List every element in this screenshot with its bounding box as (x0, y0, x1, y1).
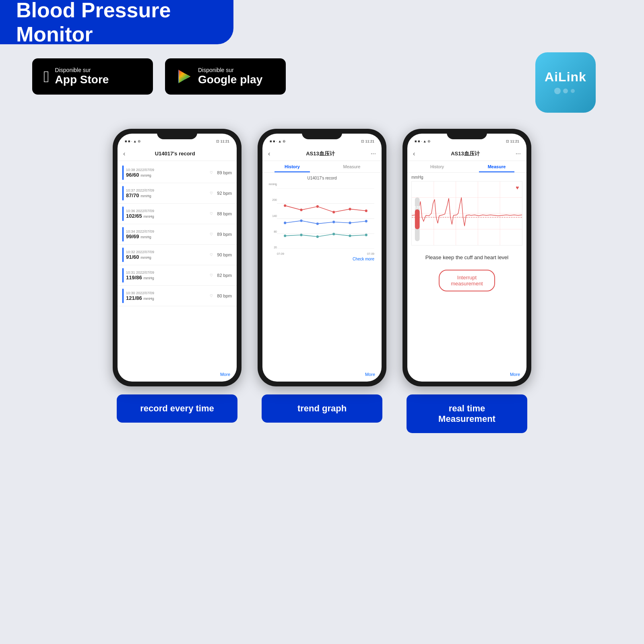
x-label-right: 07-09 (367, 252, 374, 255)
phone3-wrapper: ■ ■ ∙ ▲ ⊛ ⊡ 11:21 ‹ AS13血压计 ··· History … (402, 129, 531, 433)
record-bp: 121/86 mmHg (126, 295, 207, 301)
googleplay-icon (176, 68, 192, 85)
record-bpm: 89 bpm (217, 170, 232, 175)
phone2-dots[interactable]: ··· (371, 150, 376, 157)
heart-icon: ♡ (210, 253, 213, 257)
record-bp: 102/65 mmHg (126, 213, 207, 219)
graph-subtitle: U14017's record (268, 176, 376, 180)
svg-point-21 (365, 210, 367, 212)
phone3-status-right: ⊡ 11:21 (506, 139, 519, 143)
svg-point-9 (563, 89, 568, 93)
record-info: 10:32 2022/07/09 91/60 mmHg (126, 250, 207, 260)
record-bp: 96/60 mmHg (126, 172, 207, 178)
phone1-frame: ■ ■ ∙ ▲ ⊛ ⊡ 11:21 ‹ U14017's record 10:3… (113, 129, 242, 386)
phone1-more-button[interactable]: More (220, 372, 230, 377)
phone3-app-header: ‹ AS13血压计 ··· (407, 147, 526, 161)
record-bar (122, 186, 124, 200)
googleplay-label-small: Disponible sur (198, 67, 262, 73)
svg-point-20 (349, 208, 351, 210)
record-info: 10:34 2022/07/09 99/69 mmHg (126, 229, 207, 239)
record-time: 10:38 2022/07/09 (126, 168, 207, 172)
svg-point-27 (365, 220, 367, 222)
svg-text:120: 120 (414, 205, 420, 209)
page-title: Blood Pressure Monitor (16, 0, 233, 46)
svg-text:♥: ♥ (516, 185, 519, 191)
record-time: 10:30 2022/07/09 (126, 291, 207, 295)
phone3-more-button[interactable]: More (510, 372, 520, 377)
svg-point-19 (332, 211, 335, 213)
x-label-left: 07-09 (277, 252, 284, 255)
ailink-decoration (553, 86, 578, 96)
y-label-140: 140 (268, 215, 277, 217)
ailink-text: AiLink (545, 70, 586, 85)
phone2-status-left: ■ ■ ∙ ▲ ⊛ (270, 139, 286, 143)
ecg-graph: 120 ♥ (411, 181, 522, 246)
phone3-notch (447, 129, 487, 139)
interrupt-button[interactable]: Interruptmeasurement (439, 270, 495, 291)
record-bar (122, 206, 124, 221)
record-bpm: 80 bpm (217, 293, 232, 298)
appstore-badge[interactable]:  Disponible sur App Store (32, 58, 153, 95)
record-bp: 119/86 mmHg (126, 275, 207, 281)
googleplay-badge[interactable]: Disponible sur Google play (165, 58, 286, 95)
svg-rect-43 (415, 209, 420, 229)
table-row: 10:30 2022/07/09 121/86 mmHg ♡ 80 bpm (118, 286, 237, 306)
graph-box: mmHg 200 140 80 20 (268, 183, 376, 255)
table-row: 10:38 2022/07/09 96/60 mmHg ♡ 89 bpm (118, 163, 237, 183)
record-bar (122, 165, 124, 180)
interrupt-label: Interruptmeasurement (451, 275, 483, 287)
phone1-record-list: 10:38 2022/07/09 96/60 mmHg ♡ 89 bpm 10:… (118, 161, 237, 308)
phone2-more-button[interactable]: More (365, 372, 375, 377)
record-bpm: 90 bpm (217, 252, 232, 257)
phone3-dots[interactable]: ··· (516, 150, 521, 157)
svg-point-18 (316, 205, 319, 208)
apple-icon:  (43, 68, 50, 86)
caption-right: real time Measurement (407, 394, 527, 433)
phone2-status-right: ⊡ 11:21 (361, 139, 374, 143)
record-info: 10:36 2022/07/09 102/65 mmHg (126, 209, 207, 219)
phone2-screen: ■ ■ ∙ ▲ ⊛ ⊡ 11:21 ‹ AS13血压计 ··· History … (262, 134, 382, 382)
y-label-80: 80 (268, 230, 277, 233)
table-row: 10:37 2022/07/09 87/70 mmHg ♡ 92 bpm (118, 183, 237, 204)
svg-point-22 (284, 222, 286, 224)
svg-point-26 (349, 222, 351, 224)
y-label-mmhg: mmHg (268, 183, 277, 186)
record-bar (122, 289, 124, 303)
phone1-status-left: ■ ■ ∙ ▲ ⊛ (125, 139, 141, 143)
phone1-wrapper: ■ ■ ∙ ▲ ⊛ ⊡ 11:21 ‹ U14017's record 10:3… (113, 129, 242, 433)
svg-marker-7 (179, 70, 190, 83)
table-row: 10:31 2022/07/09 119/86 mmHg ♡ 82 bpm (118, 265, 237, 286)
record-time: 10:36 2022/07/09 (126, 209, 207, 213)
table-row: 10:34 2022/07/09 99/69 mmHg ♡ 89 bpm (118, 224, 237, 245)
tab-history[interactable]: History (262, 161, 322, 172)
svg-point-23 (300, 219, 302, 222)
measure-instruction: Please keep the cuff and heart level (415, 254, 518, 262)
heart-icon: ♡ (210, 212, 213, 216)
appstore-label-small: Disponible sur (55, 67, 109, 73)
record-time: 10:37 2022/07/09 (126, 188, 207, 192)
table-row: 10:32 2022/07/09 91/60 mmHg ♡ 90 bpm (118, 245, 237, 265)
record-info: 10:38 2022/07/09 96/60 mmHg (126, 168, 207, 178)
tab-measure[interactable]: Measure (322, 161, 382, 172)
phone1-notch (157, 129, 197, 139)
record-time: 10:31 2022/07/09 (126, 270, 207, 275)
svg-point-8 (554, 88, 561, 94)
phone3-measure-area: mmHg (407, 173, 526, 294)
appstore-label-large: App Store (55, 73, 109, 86)
tab-measure-p3[interactable]: Measure (467, 161, 526, 172)
tab-history-p3[interactable]: History (407, 161, 467, 172)
caption-left: record every time (117, 394, 237, 423)
heart-icon: ♡ (210, 232, 213, 236)
record-bar (122, 227, 124, 242)
googleplay-label-large: Google play (198, 73, 262, 86)
ecg-svg: 120 ♥ (412, 182, 522, 245)
badges-row:  Disponible sur App Store (32, 58, 286, 95)
record-time: 10:32 2022/07/09 (126, 250, 207, 254)
record-bp: 99/69 mmHg (126, 233, 207, 239)
svg-point-10 (571, 89, 575, 93)
y-axis: mmHg 200 140 80 20 (268, 183, 277, 249)
phone1-app-header: ‹ U14017's record (118, 147, 237, 161)
check-more-button[interactable]: Check more (268, 257, 376, 261)
record-bpm: 88 bpm (217, 211, 232, 216)
svg-point-24 (316, 223, 319, 225)
